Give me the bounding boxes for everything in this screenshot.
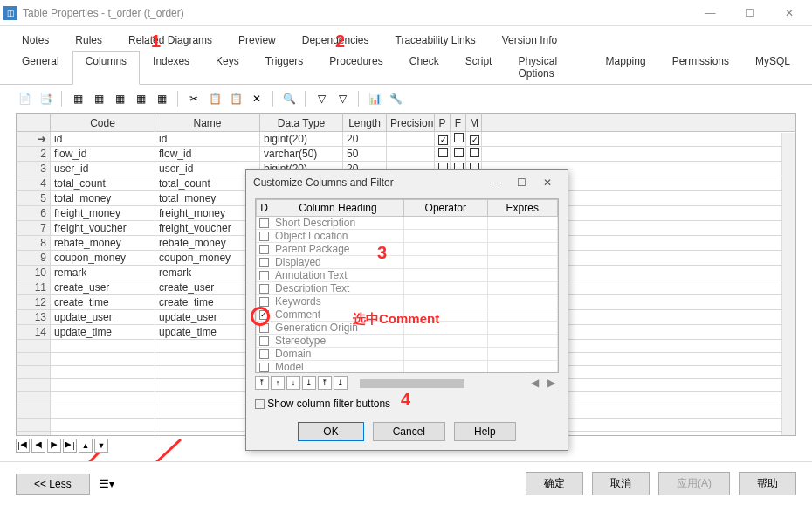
dlg-col-header[interactable]: D: [257, 200, 272, 217]
checkbox[interactable]: [470, 148, 479, 157]
table-icon-3[interactable]: ▦: [111, 90, 128, 107]
tab-triggers[interactable]: Triggers: [252, 51, 317, 84]
less-button[interactable]: << Less: [16, 474, 90, 495]
apply-button[interactable]: 应用(A): [658, 472, 730, 495]
checkbox[interactable]: [454, 148, 464, 157]
list-item[interactable]: Object Location: [257, 230, 558, 243]
list-item[interactable]: Keywords: [257, 295, 558, 308]
tab-check[interactable]: Check: [396, 51, 452, 84]
list-item[interactable]: Comment: [257, 308, 558, 322]
move-bottom2-icon[interactable]: ⤓: [334, 376, 348, 390]
item-checkbox[interactable]: [259, 323, 269, 333]
col-header[interactable]: Data Type: [260, 114, 343, 132]
item-checkbox[interactable]: [259, 218, 269, 228]
col-header[interactable]: F: [451, 114, 466, 132]
scroll-left-icon[interactable]: ◀: [527, 377, 542, 389]
excel-icon[interactable]: 📊: [366, 90, 383, 107]
tab-related-diagrams[interactable]: Related Diagrams: [115, 30, 225, 51]
move-top2-icon[interactable]: ⤒: [318, 376, 332, 390]
down-icon[interactable]: ▼: [94, 439, 108, 453]
maximize-button[interactable]: ☐: [730, 0, 769, 26]
list-item[interactable]: Generation Origin: [257, 322, 558, 335]
tab-preview[interactable]: Preview: [225, 30, 289, 51]
vertical-scrollbar[interactable]: [781, 133, 795, 435]
find-icon[interactable]: 🔍: [280, 90, 298, 107]
table-icon-1[interactable]: ▦: [69, 90, 86, 107]
last-icon[interactable]: ⯈|: [63, 439, 77, 453]
dialog-ok-button[interactable]: OK: [298, 422, 363, 441]
table-row[interactable]: ➜ ididbigint(20)20: [17, 132, 795, 147]
tab-mysql[interactable]: MySQL: [742, 51, 803, 84]
table-row[interactable]: 2 flow_idflow_idvarchar(50)50: [17, 147, 795, 162]
paste-icon[interactable]: 📋: [227, 90, 244, 107]
col-header[interactable]: Name: [155, 114, 260, 132]
item-checkbox[interactable]: [259, 310, 269, 320]
properties-icon[interactable]: 📄: [16, 90, 33, 107]
tab-indexes[interactable]: Indexes: [140, 51, 203, 84]
table-icon-2[interactable]: ▦: [90, 90, 107, 107]
column-list[interactable]: DColumn HeadingOperatorExpres Short Desc…: [255, 198, 559, 373]
cancel-button[interactable]: 取消: [592, 472, 650, 495]
delete-icon[interactable]: ✕: [248, 90, 265, 107]
checkbox[interactable]: [470, 135, 479, 145]
tab-script[interactable]: Script: [452, 51, 506, 84]
list-item[interactable]: Parent Package: [257, 243, 558, 256]
checkbox[interactable]: [438, 135, 448, 145]
tab-traceability-links[interactable]: Traceability Links: [382, 30, 489, 51]
close-button[interactable]: ✕: [769, 0, 809, 26]
item-checkbox[interactable]: [259, 284, 269, 294]
list-item[interactable]: Short Description: [257, 217, 558, 230]
item-checkbox[interactable]: [259, 232, 269, 241]
dialog-cancel-button[interactable]: Cancel: [373, 422, 445, 441]
ok-button[interactable]: 确定: [526, 472, 583, 495]
tab-general[interactable]: General: [9, 51, 72, 84]
tab-columns[interactable]: Columns: [72, 51, 140, 85]
filter2-icon[interactable]: ▽: [334, 90, 351, 107]
insert-icon[interactable]: 📑: [37, 90, 54, 107]
copy-icon[interactable]: 📋: [206, 90, 224, 107]
tab-dependencies[interactable]: Dependencies: [289, 30, 382, 51]
dialog-close-icon[interactable]: ✕: [534, 176, 561, 189]
list-item[interactable]: Stereotype: [257, 335, 558, 348]
show-filter-checkbox[interactable]: Show column filter buttons: [255, 398, 390, 410]
list-item[interactable]: Displayed: [257, 256, 558, 269]
move-bottom-icon[interactable]: ⤓: [302, 376, 316, 390]
dlg-col-header[interactable]: Operator: [403, 200, 487, 217]
item-checkbox[interactable]: [259, 258, 269, 267]
item-checkbox[interactable]: [259, 336, 269, 346]
table-icon-4[interactable]: ▦: [132, 90, 149, 107]
col-header[interactable]: P: [435, 114, 451, 132]
move-top-icon[interactable]: ⤒: [255, 376, 269, 390]
tab-mapping[interactable]: Mapping: [593, 51, 659, 84]
item-checkbox[interactable]: [259, 349, 269, 359]
dialog-maximize-icon[interactable]: ☐: [508, 176, 534, 189]
dlg-col-header[interactable]: Column Heading: [272, 200, 404, 217]
list-item[interactable]: Domain: [257, 348, 558, 361]
scroll-right-icon[interactable]: ▶: [544, 377, 559, 389]
col-header[interactable]: [17, 114, 51, 132]
up-icon[interactable]: ▲: [79, 439, 93, 453]
cut-icon[interactable]: ✂: [185, 90, 203, 107]
prev-icon[interactable]: ⯇: [31, 439, 45, 453]
minimize-button[interactable]: —: [691, 0, 730, 26]
help-button[interactable]: 帮助: [739, 472, 796, 495]
item-checkbox[interactable]: [259, 363, 269, 372]
checkbox[interactable]: [438, 148, 448, 157]
checkbox[interactable]: [454, 133, 464, 142]
tool-icon[interactable]: 🔧: [387, 90, 404, 107]
item-checkbox[interactable]: [259, 297, 269, 307]
tab-physical-options[interactable]: Physical Options: [505, 51, 592, 84]
first-icon[interactable]: |⯇: [16, 439, 30, 453]
next-icon[interactable]: ⯈: [47, 439, 61, 453]
horizontal-scrollbar[interactable]: [354, 377, 526, 389]
tab-version-info[interactable]: Version Info: [489, 30, 570, 51]
move-up-icon[interactable]: ↑: [271, 376, 285, 390]
item-checkbox[interactable]: [259, 245, 269, 254]
table-icon-5[interactable]: ▦: [153, 90, 170, 107]
item-checkbox[interactable]: [259, 271, 269, 280]
filter-icon[interactable]: ▽: [313, 90, 330, 107]
tab-procedures[interactable]: Procedures: [316, 51, 396, 84]
menu-icon[interactable]: ☰▾: [99, 475, 116, 493]
dialog-help-button[interactable]: Help: [454, 422, 516, 441]
dlg-col-header[interactable]: Expres: [487, 200, 558, 217]
